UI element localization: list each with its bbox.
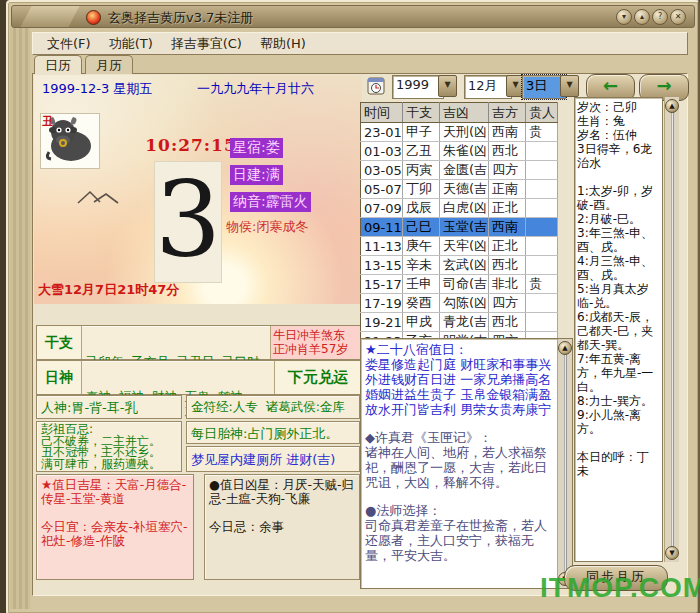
window-left-frame: [10, 28, 30, 609]
table-row[interactable]: 23-01甲子天刑(凶)西南贵: [361, 123, 558, 142]
day-gods-row: 日神 喜神 福神 财神 五鬼 鹤神东北 正南 正北 东南 正北 下元兑运: [36, 360, 362, 395]
close-button[interactable]: ✕: [670, 9, 686, 25]
year-info-scrollbar[interactable]: ▲ ▼: [664, 97, 679, 562]
pengzu-box: 彭祖百忌: 己不破券，二主并亡。 丑不冠带，主不还乡。 满可肆市，服药遭殃。: [36, 421, 182, 472]
col-luck[interactable]: 吉凶: [440, 103, 489, 123]
year-info-line: 8:力士-巽方。: [577, 394, 660, 408]
unlucky-stars-box: ●值日凶星：月厌-天贼-归忌-土瘟-天狗-飞廉 今日忌：余事: [204, 474, 360, 580]
minimize-button[interactable]: ▾: [616, 9, 632, 25]
col-direction[interactable]: 吉方: [489, 103, 526, 123]
mountains-icon: [76, 187, 132, 207]
menu-function[interactable]: 功能(T): [109, 35, 153, 53]
ganzhi-label: 干支: [37, 326, 82, 359]
menu-help[interactable]: 帮助(H): [260, 35, 306, 53]
year-info-line: 2:月破-巳。: [577, 212, 660, 226]
table-row[interactable]: 13-15辛未玄武(凶)西北: [361, 256, 558, 275]
clash-info: 牛日冲羊煞东正冲肖羊57岁: [270, 326, 361, 359]
year-info-line: 1:太岁-卯，岁破-酉。: [577, 184, 660, 212]
ganzhi-values: 己卯年 乙亥月 己丑日 己巳时年:一白 月:八白 日:八白 时:一白: [82, 326, 270, 359]
col-noble[interactable]: 贵人: [526, 103, 558, 123]
notes-scrollbar-track[interactable]: [564, 347, 567, 580]
table-row-selected[interactable]: 09-11己巳玉堂(吉)西南: [361, 218, 558, 237]
day-gods-values: 喜神 福神 财神 五鬼 鹤神东北 正南 正北 东南 正北: [82, 361, 274, 394]
day-summary-panel: 1999-12-3 星期五 一九九九年十月廿六 丑 10:27:15 3 星宿:…: [34, 75, 362, 304]
earthly-branch-label: 丑: [42, 114, 53, 129]
notes-scrollbar[interactable]: ▲ ▼: [557, 339, 572, 588]
table-row[interactable]: 07-09戊辰白虎(凶)正北: [361, 199, 558, 218]
date-picker-icon[interactable]: [366, 75, 388, 97]
lucky-stars-line: ★值日吉星：天富-月德合-传星-玉堂-黄道: [41, 478, 189, 506]
zodiac-image-box: 丑: [40, 113, 100, 169]
year-info-line: 3日得辛，6龙治水: [577, 142, 660, 170]
notes-scrollbar-thumb[interactable]: ▲: [558, 341, 572, 355]
table-row[interactable]: 11-13庚午天牢(凶)正北: [361, 237, 558, 256]
solar-date: 1999-12-3 星期五: [42, 80, 152, 98]
star-mansion-tag: 星宿:娄: [230, 138, 283, 158]
menu-zeji[interactable]: 择吉事宜(C): [171, 35, 242, 53]
hours-table: 时间 干支 吉凶 吉方 贵人 23-01甲子天刑(凶)西南贵 01-03乙丑朱雀…: [360, 102, 558, 351]
window-title: 玄奥择吉黄历v3.7未注册: [108, 9, 253, 27]
year-info-scroll-down-button[interactable]: ▼: [665, 546, 679, 560]
yuan-yun-label: 下元兑运: [274, 361, 361, 394]
spacer: [209, 506, 355, 520]
jinfujing-box: 金符经:人专 诸葛武侯:金库: [186, 395, 360, 419]
day-number: 3: [154, 161, 222, 283]
spacer: [41, 506, 189, 520]
year-info-line: 岁名：伍仲: [577, 128, 660, 142]
year-info-line: 5:当月真太岁临-兑。: [577, 282, 660, 310]
dream-box: 梦见屋内建厕所 进财(吉): [186, 446, 360, 472]
window-controls: ▾ ▴ ? ✕: [616, 9, 686, 25]
table-row[interactable]: 17-19癸酉勾陈(凶)四方: [361, 294, 558, 313]
table-row[interactable]: 03-05丙寅金匮(吉)四方: [361, 161, 558, 180]
title-bar[interactable]: 玄奥择吉黄历v3.7未注册 ▾ ▴ ? ✕: [11, 5, 695, 28]
screen: 玄奥择吉黄历v3.7未注册 ▾ ▴ ? ✕ 文件(F) 功能(T) 择吉事宜(C…: [0, 0, 700, 613]
year-info-line: 本日的呼：丁未: [577, 450, 660, 478]
help-button[interactable]: ?: [652, 9, 668, 25]
year-info-scrollbar-track[interactable]: [671, 105, 674, 554]
menu-bar: 文件(F) 功能(T) 择吉事宜(C) 帮助(H): [32, 32, 688, 55]
year-dropdown-button[interactable]: ▼: [438, 75, 457, 97]
year-info-line: 生肖：兔: [577, 114, 660, 128]
table-row[interactable]: 19-21甲戌青龙(吉)西北: [361, 313, 558, 332]
today-avoid-line: 今日忌：余事: [209, 520, 355, 534]
daily-notes-panel: ★二十八宿值日： 娄星修造起门庭 财旺家和事事兴 外进钱财百日进 一家兄弟播高名…: [360, 338, 573, 589]
watermark-text: ITMOP.COM: [540, 572, 700, 604]
col-time[interactable]: 时间: [361, 103, 403, 123]
tab-day-calendar[interactable]: 日历: [34, 55, 82, 74]
year-info-line: 7:年五黄-离方，年九星-一白。: [577, 352, 660, 394]
year-info-line: [577, 436, 660, 450]
table-row[interactable]: 05-07丁卯天德(吉)正南: [361, 180, 558, 199]
lunar-date: 一九九九年十月廿六: [197, 80, 314, 98]
ganzhi-row: 干支 己卯年 乙亥月 己丑日 己巳时年:一白 月:八白 日:八白 时:一白 牛日…: [36, 325, 362, 360]
col-ganzhi[interactable]: 干支: [403, 103, 440, 123]
nayin-tag: 纳音:霹雷火: [230, 192, 311, 212]
unlucky-stars-line: ●值日凶星：月厌-天贼-归忌-土瘟-天狗-飞廉: [209, 478, 355, 506]
app-icon: [86, 10, 101, 25]
note-fashi: ●法师选择： 司命真君差童子在世捡斋，若人还愿者，主人口安宁，获福无量，平安大吉…: [365, 503, 552, 563]
solar-term-label: 大雪12月7日21时47分: [38, 281, 179, 299]
renshen-box: 人神:胃-背-耳-乳: [36, 395, 182, 419]
year-info-line: 岁次：己卯: [577, 100, 660, 114]
fetal-god-box: 每日胎神:占门厕外正北。: [186, 421, 360, 444]
year-info-line: 9:小儿煞-离方。: [577, 408, 660, 436]
note-28-mansions: ★二十八宿值日： 娄星修造起门庭 财旺家和事事兴 外进钱财百日进 一家兄弟播高名…: [365, 342, 552, 417]
maximize-button[interactable]: ▴: [634, 9, 650, 25]
table-row[interactable]: 01-03乙丑朱雀(凶)西北: [361, 142, 558, 161]
app-window: 玄奥择吉黄历v3.7未注册 ▾ ▴ ? ✕ 文件(F) 功能(T) 择吉事宜(C…: [6, 0, 700, 613]
titlebar-decoration: [20, 6, 79, 27]
year-info-line: [577, 170, 660, 184]
year-info-line: 6:戊都天-辰，己都天-巳，夹都天-巽。: [577, 310, 660, 352]
tab-month-calendar[interactable]: 月历: [85, 55, 133, 74]
table-row[interactable]: 15-17壬申司命(吉)非北贵: [361, 275, 558, 294]
day-gods-label: 日神: [37, 361, 82, 394]
today-suitable-line: 今日宜：会亲友-补垣塞穴-祀灶-修造-作陂: [41, 520, 189, 548]
phenology-label: 物侯:闭寒成冬: [226, 218, 308, 236]
day-dropdown-button[interactable]: ▼: [560, 75, 579, 97]
year-info-line: 4:月三煞-申、酉、戌。: [577, 254, 660, 282]
menu-file[interactable]: 文件(F): [47, 35, 91, 53]
year-info-line: 3:年三煞-申、酉、戌。: [577, 226, 660, 254]
month-input[interactable]: 12月: [464, 75, 512, 99]
year-input[interactable]: 1999: [392, 75, 444, 99]
year-info-scroll-up-button[interactable]: ▲: [665, 99, 679, 113]
lucky-stars-box: ★值日吉星：天富-月德合-传星-玉堂-黄道 今日宜：会亲友-补垣塞穴-祀灶-修造…: [36, 474, 194, 580]
